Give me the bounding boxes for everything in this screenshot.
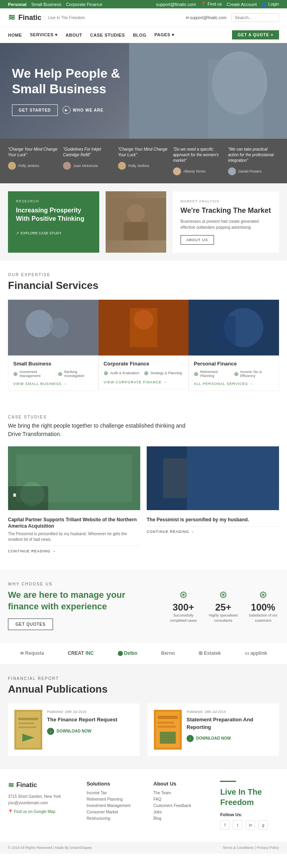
case-card-1: 📋 Capital Partner Supports Triliant Webs… xyxy=(8,446,140,558)
arrow-icon: → xyxy=(63,382,67,386)
privacy-link[interactable]: Privacy Policy xyxy=(257,846,279,850)
footer-col-solutions: Solutions Income Tax Retirement Planning… xyxy=(86,781,145,830)
services-tag: OUR EXPERTISE xyxy=(8,273,279,277)
header: ≋ Finatic Live In The Freedom ✉ support@… xyxy=(0,8,287,27)
case-content-1: Capital Partner Supports Triliant Websit… xyxy=(8,510,140,558)
footer-restructuring[interactable]: Restructuring xyxy=(86,816,145,821)
download-button-2[interactable]: ↓ DOWNLOAD NOW xyxy=(187,735,273,742)
nav-blog[interactable]: BLOG xyxy=(133,33,146,37)
avatar-4 xyxy=(173,167,181,175)
retirement-icon: ⊕ xyxy=(194,371,199,377)
stat-number-1: 300+ xyxy=(167,602,199,613)
find-us-link[interactable]: 📍 Find us on Google Map xyxy=(8,809,79,814)
stat-label-3: Satisfaction of our customers xyxy=(247,613,279,623)
stat-label-2: Highly specialised consultants xyxy=(207,613,239,623)
stat-1: ⊛ 300+ Successfully completed cases xyxy=(167,589,199,623)
logo-icon: ≋ xyxy=(8,12,15,23)
case-studies-header: CASE STUDIES We bring the right people t… xyxy=(8,415,279,438)
footer-feedback[interactable]: Customers Feedback xyxy=(153,803,212,808)
case-title-1: Capital Partner Supports Triliant Websit… xyxy=(8,516,140,530)
svg-rect-31 xyxy=(158,716,178,719)
header-right: ✉ support@finatic.com xyxy=(186,13,279,22)
footer-jobs[interactable]: Jobs xyxy=(153,810,212,814)
stat-2: ⊛ 25+ Highly specialised consultants xyxy=(207,589,239,623)
service-link-3[interactable]: ALL PERSONAL SERVICES → xyxy=(194,382,274,386)
service-item-3a: ⊕ Retirement Planning xyxy=(194,370,229,378)
download-icon-1: ↓ xyxy=(47,728,54,735)
who-we-are-button[interactable]: ▶ WHO WE ARE xyxy=(63,106,104,114)
about-us-button[interactable]: ABOUT US xyxy=(181,235,214,245)
pub-card-2: Published: 18th Jul 2019 Statement Prepa… xyxy=(147,703,279,756)
market-card: MARKET ANALYSIS We're Tracking The Marke… xyxy=(173,191,279,253)
service-img-3 xyxy=(189,300,279,355)
svg-rect-18 xyxy=(8,486,48,510)
footer-logo-icon: ≋ xyxy=(8,781,14,789)
service-item-3b: ⊕ Income Tax & Efficiency xyxy=(234,370,274,378)
testimonial-4: "Do we need a specific approach for the … xyxy=(173,147,224,175)
stat-icon-3: ⊛ xyxy=(247,589,279,600)
case-title-2: The Pessimist is personified by my husba… xyxy=(147,516,279,523)
pub-tag: FINANCIAL REPORT xyxy=(8,676,279,681)
footer-divider xyxy=(220,781,236,782)
footer-retirement[interactable]: Retirement Planning xyxy=(86,797,145,801)
logo: ≋ Finatic Live In The Freedom xyxy=(8,12,85,23)
footer-solutions-title: Solutions xyxy=(86,781,145,787)
social-facebook[interactable]: f xyxy=(220,820,230,830)
topbar-corp[interactable]: Corporate Finance xyxy=(66,2,102,7)
footer-faq[interactable]: FAQ xyxy=(153,797,212,801)
social-twitter[interactable]: t xyxy=(233,820,242,830)
services-title: Financial Services xyxy=(8,279,279,292)
service-link-1[interactable]: VIEW SMALL BUSINESS → xyxy=(13,382,93,386)
continue-link-2[interactable]: CONTINUE READING → xyxy=(147,526,279,534)
topbar-create-account[interactable]: Create Account xyxy=(227,2,257,7)
social-linkedin[interactable]: in xyxy=(246,820,255,830)
footer-about-title: About Us xyxy=(153,781,212,787)
hero-section: We Help People & Small Business GET STAR… xyxy=(0,43,287,139)
nav-home[interactable]: HOME xyxy=(8,33,22,37)
pub-date-1: Published: 18th Jul 2019 xyxy=(47,710,133,714)
service-cards: Small Business ⊕ Investment Management ⊕… xyxy=(8,300,279,391)
nav-about[interactable]: ABOUT xyxy=(66,33,83,37)
topbar-login[interactable]: 👤 Login xyxy=(261,2,279,7)
topbar-personal[interactable]: Personal xyxy=(8,2,26,7)
hero-image xyxy=(129,43,287,139)
stat-icon-1: ⊛ xyxy=(167,589,199,600)
footer-consumer[interactable]: Consumer Market xyxy=(86,810,145,814)
nav-case-studies[interactable]: CASE STUDIES xyxy=(90,33,125,37)
topbar-small-biz[interactable]: Small Business xyxy=(31,2,61,7)
pub-cards: Published: 18th Jul 2019 The Finance Rep… xyxy=(8,703,279,756)
topbar-findus[interactable]: 📍 Find us xyxy=(201,2,222,7)
search-input[interactable] xyxy=(231,13,279,22)
get-quotes-button[interactable]: GET QUOTES xyxy=(8,619,53,630)
footer-blog[interactable]: Blog xyxy=(153,816,212,821)
external-icon: ↗ xyxy=(16,231,19,235)
research-card: RESEARCH Increasing Prosperity With Posi… xyxy=(8,191,99,253)
service-title-3: Personal Finance xyxy=(194,361,274,367)
nav-cta[interactable]: GET A QUOTE + xyxy=(232,30,279,39)
service-items-1: ⊕ Investment Management ⊕ Banking Invest… xyxy=(13,370,93,378)
stat-icon-2: ⊛ xyxy=(207,589,239,600)
pub-name-2: Statement Preparation And Reporting xyxy=(187,716,273,731)
footer-tagline-col: Live In The Freedom Follow Us: f t in g xyxy=(220,781,279,830)
service-link-2[interactable]: VIEW CORPORATE FINANCE → xyxy=(104,380,184,384)
service-card-corp: Corporate Finance ⊕ Audit & Evaluation ⊕… xyxy=(98,300,189,391)
footer-investment[interactable]: Investment Management xyxy=(86,803,145,808)
download-button-1[interactable]: ↓ DOWNLOAD NOW xyxy=(47,728,133,735)
footer-the-team[interactable]: The Team xyxy=(153,791,212,795)
testimonial-3: "Change Your Mind Change Your Luck" Poll… xyxy=(118,147,169,175)
tax-icon: ⊕ xyxy=(234,371,239,377)
social-google[interactable]: g xyxy=(258,820,268,830)
svg-rect-26 xyxy=(18,723,34,724)
get-started-button[interactable]: GET STARTED xyxy=(12,104,58,116)
nav-services[interactable]: SERVICES ▾ xyxy=(30,32,58,37)
explore-link[interactable]: ↗ EXPLORE CASE STUDY xyxy=(16,231,91,235)
continue-link-1[interactable]: CONTINUE READING → xyxy=(8,546,140,553)
top-bar: Personal Small Business Corporate Financ… xyxy=(0,0,287,8)
banking-icon: ⊕ xyxy=(58,371,63,377)
terms-link[interactable]: Terms & Conditions xyxy=(223,846,254,850)
nav-pages[interactable]: PAGES ▾ xyxy=(154,32,174,37)
footer-income-tax[interactable]: Income Tax xyxy=(86,791,145,795)
service-title-2: Corporate Finance xyxy=(104,361,184,367)
service-item-1a: ⊕ Investment Management xyxy=(13,370,53,378)
arrow-icon-2: → xyxy=(163,380,167,384)
